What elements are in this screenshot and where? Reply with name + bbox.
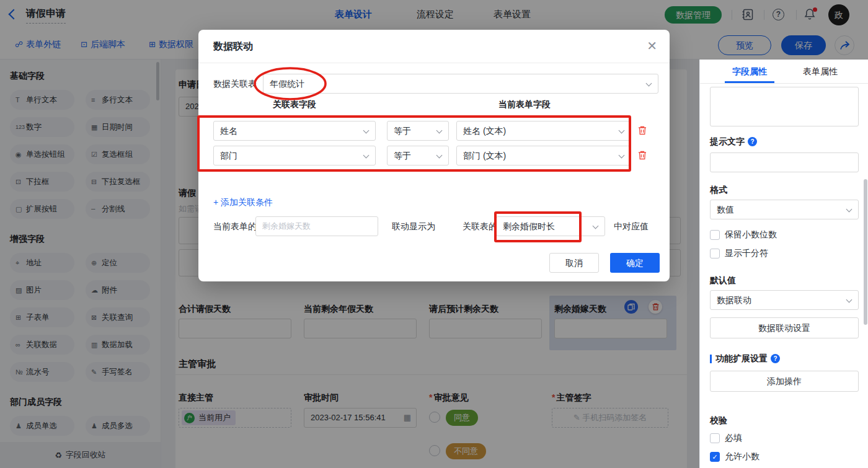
condition-1-field-select[interactable]: 姓名 <box>213 121 376 141</box>
tab-field-properties[interactable]: 字段属性 <box>725 60 774 83</box>
trash-icon <box>637 125 647 136</box>
default-value-label: 默认值 <box>710 275 736 286</box>
add-action-button[interactable]: 添加操作 <box>710 371 859 392</box>
panel-scrollbar[interactable] <box>864 179 867 325</box>
chevron-down-icon <box>436 152 443 159</box>
relation-table-select[interactable]: 年假统计 <box>263 74 658 94</box>
format-label: 格式 <box>710 185 727 196</box>
relation-table-label: 数据关联表 <box>213 79 257 90</box>
data-linkage-settings-button[interactable]: 数据联动设置 <box>710 317 859 338</box>
thousand-separator-option[interactable]: 显示千分符 <box>710 248 768 259</box>
checkbox-icon <box>710 249 720 258</box>
format-select[interactable]: 数值 <box>710 200 859 219</box>
hint-text-label: 提示文字 <box>710 136 757 148</box>
chevron-down-icon <box>846 297 852 303</box>
column-header-form-fields: 当前表单字段 <box>490 99 559 110</box>
checkbox-icon <box>710 433 720 443</box>
condition-2-delete-button[interactable] <box>637 150 647 163</box>
checkbox-checked-icon <box>710 452 720 462</box>
mapping-of-table-label: 关联表的 <box>463 221 497 232</box>
condition-1-operator-select[interactable]: 等于 <box>387 121 449 141</box>
add-condition-link[interactable]: + 添加关联条件 <box>213 197 273 208</box>
tab-form-properties[interactable]: 表单属性 <box>795 60 845 83</box>
data-linkage-modal: 数据联动 ✕ 数据关联表 年假统计 关联表字段 当前表单字段 姓名 等于 姓名 … <box>198 30 670 281</box>
cancel-button[interactable]: 取消 <box>549 253 599 273</box>
condition-2-field-select[interactable]: 部门 <box>213 146 376 166</box>
description-textarea[interactable] <box>710 87 859 126</box>
tab-divider <box>700 83 868 84</box>
modal-title: 数据联动 <box>213 40 253 53</box>
hint-text-input[interactable] <box>710 152 859 172</box>
extension-settings-label: 功能扩展设置 <box>715 353 780 364</box>
mapping-suffix-label: 中对应值 <box>614 221 649 232</box>
chevron-down-icon <box>593 223 599 229</box>
required-option[interactable]: 必填 <box>710 433 742 444</box>
keep-decimal-option[interactable]: 保留小数位数 <box>710 229 777 241</box>
chevron-down-icon <box>436 128 443 134</box>
trash-icon <box>637 150 647 161</box>
allow-decimal-option[interactable]: 允许小数 <box>710 451 760 462</box>
help-icon[interactable] <box>771 354 780 363</box>
chevron-down-icon <box>619 152 625 159</box>
mapping-prefix-label: 当前表单的 <box>213 221 257 232</box>
condition-2-form-field-select[interactable]: 部门 (文本) <box>456 146 631 166</box>
chevron-down-icon <box>846 206 852 213</box>
chevron-down-icon <box>619 128 625 134</box>
modal-header: 数据联动 ✕ <box>198 30 670 63</box>
condition-2-operator-select[interactable]: 等于 <box>387 146 449 166</box>
chevron-down-icon <box>363 128 370 134</box>
condition-1-form-field-select[interactable]: 姓名 (文本) <box>456 121 631 141</box>
help-icon[interactable] <box>748 137 757 146</box>
close-icon[interactable]: ✕ <box>647 38 657 53</box>
current-field-input[interactable]: 剩余婚嫁天数 <box>255 216 378 236</box>
confirm-button[interactable]: 确定 <box>610 253 660 273</box>
default-value-select[interactable]: 数据联动 <box>710 290 859 310</box>
property-panel: 字段属性 表单属性 提示文字 格式 数值 保留小数位数 显示千分符 默认值 数据… <box>699 60 868 468</box>
validation-label: 校验 <box>710 415 727 426</box>
chevron-down-icon <box>363 152 370 159</box>
chevron-down-icon <box>646 81 652 87</box>
condition-1-delete-button[interactable] <box>637 125 647 138</box>
related-field-select[interactable]: 剩余婚假时长 <box>496 216 605 236</box>
checkbox-icon <box>710 230 720 240</box>
section-accent-bar <box>710 355 712 363</box>
column-header-relation-fields: 关联表字段 <box>260 99 329 110</box>
mapping-middle-label: 联动显示为 <box>392 221 435 232</box>
